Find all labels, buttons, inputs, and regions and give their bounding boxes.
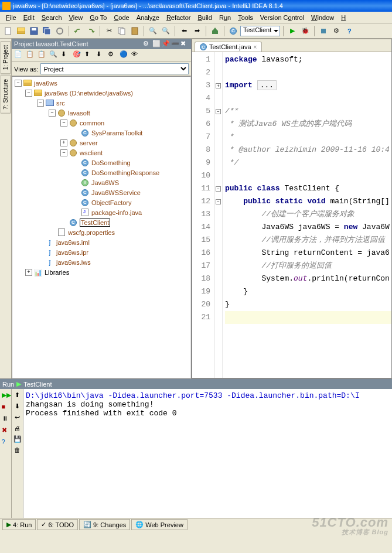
up-button[interactable]: ⬆ [15, 391, 20, 399]
tree-file-iml[interactable]: java6ws.iml [56, 239, 90, 246]
stop-button[interactable]: ■ [2, 403, 10, 411]
panel-float-icon[interactable]: ⬜ [152, 40, 161, 48]
down-button[interactable]: ⬇ [15, 402, 20, 410]
menu-code[interactable]: Code [110, 13, 132, 22]
code-area[interactable]: 123456789101112131415161718192021 +−−− p… [192, 52, 391, 378]
menu-help[interactable]: H [338, 13, 349, 22]
sidebar-tab-project[interactable]: 1: Project [1, 41, 11, 74]
tree-cls-testclient[interactable]: TestClient [80, 219, 110, 227]
vcs-button[interactable] [318, 25, 329, 37]
tree-cls-objectfactory[interactable]: ObjectFactory [91, 199, 131, 206]
find-item-button[interactable]: 🔍 [49, 50, 59, 60]
tree-pkg-wsclient[interactable]: wsclient [80, 149, 103, 156]
expand-icon[interactable]: − [49, 110, 56, 117]
module-button[interactable]: 🔵 [120, 50, 129, 60]
project-tree[interactable]: −java6ws −java6ws (D:\netwideo\java6ws) … [12, 76, 191, 378]
saveall-button[interactable] [41, 25, 53, 37]
rerun-button[interactable]: ▶▶ [2, 391, 10, 400]
tree-pkg-lavasoft[interactable]: lavasoft [68, 110, 90, 117]
menu-analyze[interactable]: Analyze [133, 13, 163, 22]
menu-view[interactable]: View [66, 13, 87, 22]
config-icon[interactable]: C [227, 25, 239, 37]
tree-file-pkginfo[interactable]: package-info.java [91, 209, 142, 216]
editor-tab[interactable]: C TestClient.java × [195, 42, 262, 52]
undo-button[interactable] [72, 25, 84, 37]
run-button[interactable]: ▶ [287, 25, 298, 37]
tree-pkg-common[interactable]: common [80, 120, 104, 127]
menu-goto[interactable]: Go To [86, 13, 110, 22]
hide-button[interactable]: 👁 [131, 50, 141, 60]
tree-cls-dosomethingresp[interactable]: DoSomethingResponse [91, 169, 159, 176]
pause-button[interactable]: ⏸ [2, 415, 10, 423]
tree-iface-java6ws[interactable]: Java6WS [91, 179, 119, 186]
menu-refactor[interactable]: Refactor [163, 13, 195, 22]
sync-button[interactable] [54, 25, 66, 37]
bottom-tab-changes[interactable]: 🔄9: Changes [79, 519, 130, 530]
help-icon[interactable]: ? [2, 438, 10, 446]
expand-icon[interactable]: − [25, 90, 32, 97]
bottom-tab-todo[interactable]: ✓6: TODO [37, 519, 78, 530]
save-button[interactable] [28, 25, 40, 37]
export-button[interactable]: 💾 [13, 435, 22, 443]
forward-button[interactable]: ➡ [191, 25, 203, 37]
print-button[interactable]: 🖨 [14, 425, 21, 432]
menu-build[interactable]: Build [194, 13, 215, 22]
back-button[interactable]: ⬅ [178, 25, 190, 37]
menu-run[interactable]: Run [216, 13, 234, 22]
new-item-button[interactable]: 📄 [14, 50, 24, 60]
expand-icon[interactable]: + [60, 139, 67, 146]
collapse-button[interactable]: ⬆ [84, 50, 94, 60]
run-config-dropdown[interactable]: TestClient [240, 26, 280, 36]
panel-close-icon[interactable]: ✖ [180, 40, 189, 48]
paste-button[interactable] [129, 25, 141, 37]
tree-src[interactable]: src [56, 100, 65, 107]
expand-button[interactable]: ⬇ [96, 50, 106, 60]
menu-search[interactable]: Search [38, 13, 66, 22]
autoscroll-button[interactable]: 🎯 [73, 50, 83, 60]
panel-pin-icon[interactable]: 📌 [162, 40, 170, 48]
sidebar-tab-structure[interactable]: 7: Structure [1, 75, 11, 114]
run-output[interactable]: D:\jdk16\bin\java -Didea.launcher.port=7… [23, 389, 392, 518]
code-lines[interactable]: package lavasoft;import .../** * 测试Java6… [223, 52, 391, 378]
expand-icon[interactable]: − [60, 120, 67, 127]
tree-pkg-server[interactable]: server [80, 139, 98, 146]
tree-cls-dosomething[interactable]: DoSomething [91, 159, 131, 166]
panel-min-icon[interactable]: ➖ [171, 40, 179, 48]
menu-window[interactable]: Window [308, 13, 338, 22]
settings-button[interactable]: ⚙ [330, 25, 342, 37]
tree-root[interactable]: java6ws [34, 80, 57, 87]
close-tab-icon[interactable]: × [254, 44, 257, 50]
tree-file-ipr[interactable]: java6ws.ipr [56, 249, 88, 256]
paste-item-button[interactable]: 📋 [38, 50, 47, 60]
expand-icon[interactable]: − [37, 100, 44, 107]
copy-item-button[interactable]: 📋 [26, 50, 36, 60]
tree-file-iws[interactable]: java6ws.iws [56, 259, 91, 266]
close-button[interactable]: ✖ [2, 426, 10, 435]
copy-button[interactable] [116, 25, 128, 37]
tree-cls-java6wsservice[interactable]: Java6WSService [91, 189, 141, 196]
make-button[interactable] [209, 25, 221, 37]
menu-file[interactable]: File [2, 13, 20, 22]
expand-icon[interactable]: + [25, 269, 32, 276]
expand-icon[interactable]: − [60, 149, 67, 156]
menu-edit[interactable]: Edit [20, 13, 38, 22]
open-button[interactable] [15, 25, 27, 37]
new-file-button[interactable] [2, 25, 14, 37]
find-button[interactable]: 🔍 [147, 25, 159, 37]
menu-tools[interactable]: Tools [234, 13, 257, 22]
bottom-tab-web[interactable]: 🌐Web Preview [131, 519, 188, 530]
tree-libraries[interactable]: Libraries [45, 269, 69, 276]
settings2-button[interactable]: ⚙ [108, 50, 118, 60]
help-button[interactable]: ? [343, 25, 355, 37]
tree-file-wscfg[interactable]: wscfg.properties [68, 229, 115, 236]
wrap-button[interactable]: ↩ [15, 414, 20, 421]
cut-button[interactable]: ✂ [103, 25, 115, 37]
clear-button[interactable]: 🗑 [14, 446, 21, 453]
tree-module[interactable]: java6ws (D:\netwideo\java6ws) [45, 90, 133, 97]
bottom-tab-run[interactable]: ▶4: Run [2, 519, 36, 530]
replace-button[interactable]: 🔍 [160, 25, 172, 37]
fold-gutter[interactable]: +−−− [214, 52, 223, 378]
panel-gear-icon[interactable]: ⚙ [143, 40, 151, 48]
redo-button[interactable] [85, 25, 97, 37]
debug-button[interactable]: 🐞 [299, 25, 311, 37]
